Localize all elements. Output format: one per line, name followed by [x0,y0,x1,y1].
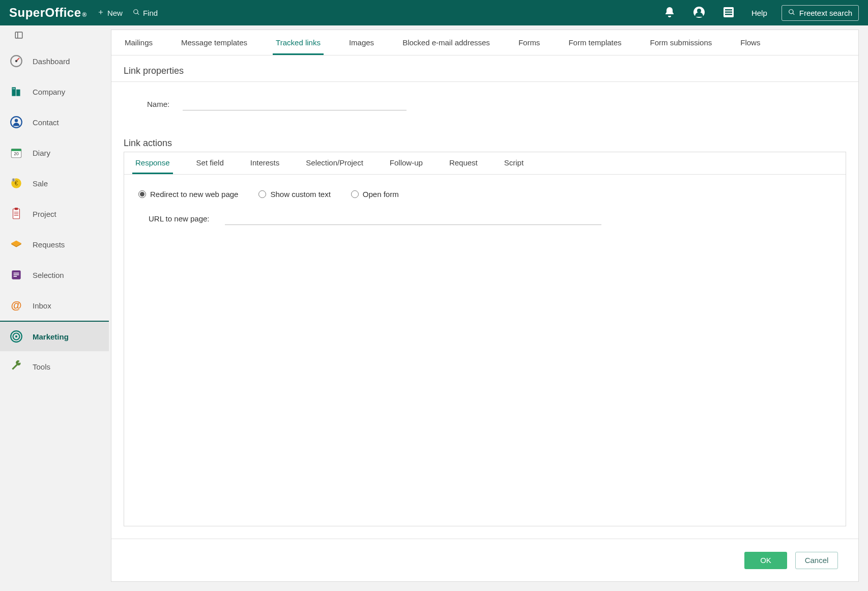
sidebar-item-tools[interactable]: Tools [0,351,109,382]
svg-rect-4 [725,11,732,13]
bell-icon [663,6,676,20]
tab-message-templates[interactable]: Message templates [178,31,250,55]
subtab-follow-up[interactable]: Follow-up [387,152,426,174]
help-label: Help [751,9,767,17]
radio-label: Redirect to new web page [150,190,238,199]
panel-toggle-button[interactable] [0,25,109,46]
subtab-set-field[interactable]: Set field [193,152,227,174]
svg-rect-6 [15,32,22,38]
radio-input-openform[interactable] [351,190,359,198]
link-actions-panel: ResponseSet fieldInterestsSelection/Proj… [124,152,846,526]
sidebar-item-label: Company [33,88,65,96]
mainmenu-button[interactable] [719,3,738,22]
svg-text:@: @ [11,299,21,312]
sidebar-item-label: Selection [33,271,64,279]
sidebar-item-marketing[interactable]: Marketing [0,321,109,351]
subtab-request[interactable]: Request [446,152,481,174]
sidebar-item-label: Project [33,210,56,218]
svg-point-1 [697,9,701,13]
tab-label: Forms [518,38,540,47]
user-button[interactable] [689,3,709,22]
radio-input-redirect[interactable] [138,190,146,198]
panel-icon [14,31,23,41]
new-button[interactable]: New [97,9,123,17]
sidebar-item-project[interactable]: Project [0,199,109,229]
subtab-label: Set field [196,158,224,167]
svg-text:€: € [15,180,18,187]
svg-point-9 [15,60,17,62]
svg-rect-31 [14,276,17,277]
radio-custom[interactable]: Show custom text [258,190,330,199]
response-radio-group: Redirect to new web pageShow custom text… [138,190,831,199]
find-button[interactable]: Find [133,9,158,17]
subtab-response[interactable]: Response [132,152,173,174]
sidebar: DashboardCompanyContact20Diary€$SaleProj… [0,25,109,591]
freetext-search-button[interactable]: Freetext search [782,5,859,21]
cancel-button[interactable]: Cancel [795,552,838,569]
subtab-label: Request [449,158,478,167]
tabs-bar: MailingsMessage templatesTracked linksIm… [111,30,858,55]
radio-redirect[interactable]: Redirect to new web page [138,190,238,199]
tab-label: Flows [740,38,760,47]
tab-label: Mailings [125,38,153,47]
url-input[interactable] [225,212,601,225]
svg-rect-12 [13,89,14,90]
sidebar-item-label: Inbox [33,301,51,310]
selection-icon [9,268,23,282]
subtab-label: Interests [250,158,280,167]
subtab-label: Script [504,158,524,167]
subtab-label: Follow-up [390,158,423,167]
radio-openform[interactable]: Open form [351,190,399,199]
radio-input-custom[interactable] [258,190,266,198]
tab-blocked-e-mail-addresses[interactable]: Blocked e-mail addresses [399,31,493,55]
sidebar-item-label: Marketing [33,332,69,341]
sidebar-item-sale[interactable]: €$Sale [0,168,109,199]
tab-images[interactable]: Images [346,31,377,55]
radio-label: Show custom text [270,190,330,199]
name-input[interactable] [183,97,407,110]
subtab-label: Selection/Project [306,158,363,167]
freetext-label: Freetext search [799,9,852,17]
svg-rect-10 [12,87,16,96]
sidebar-item-diary[interactable]: 20Diary [0,137,109,168]
svg-rect-3 [725,9,732,11]
tab-label: Blocked e-mail addresses [402,38,490,47]
subtab-label: Response [135,158,170,167]
card: MailingsMessage templatesTracked linksIm… [111,30,859,582]
subtab-script[interactable]: Script [501,152,527,174]
main: MailingsMessage templatesTracked linksIm… [109,25,868,591]
sidebar-item-company[interactable]: Company [0,76,109,107]
tab-flows[interactable]: Flows [737,31,763,55]
page-title: Link properties [111,55,858,81]
search-icon [788,9,795,17]
tab-form-templates[interactable]: Form templates [565,31,624,55]
sidebar-item-dashboard[interactable]: Dashboard [0,46,109,76]
diary-icon: 20 [9,146,23,160]
contact-icon [9,115,23,129]
list-icon [722,6,735,20]
sidebar-item-label: Diary [33,149,50,157]
svg-rect-30 [14,274,19,275]
sidebar-item-contact[interactable]: Contact [0,107,109,137]
search-icon [133,9,140,17]
svg-point-35 [15,335,17,337]
tab-tracked-links[interactable]: Tracked links [273,31,324,55]
dashboard-icon [9,54,23,68]
ok-button[interactable]: OK [744,552,787,569]
svg-rect-24 [15,208,18,210]
tab-forms[interactable]: Forms [515,31,543,55]
sidebar-item-label: Tools [33,362,50,371]
subtab-interests[interactable]: Interests [247,152,283,174]
help-link[interactable]: Help [751,9,767,17]
sidebar-item-requests[interactable]: Requests [0,229,109,260]
svg-rect-29 [14,273,19,274]
sidebar-item-inbox[interactable]: @Inbox [0,290,109,321]
tab-form-submissions[interactable]: Form submissions [647,31,715,55]
notifications-button[interactable] [660,3,679,22]
brand-logo: SuperOffice® [9,6,87,20]
sidebar-item-selection[interactable]: Selection [0,260,109,290]
sidebar-item-label: Contact [33,118,59,127]
tab-mailings[interactable]: Mailings [122,31,156,55]
svg-text:20: 20 [14,151,19,156]
subtab-selection-project[interactable]: Selection/Project [303,152,366,174]
